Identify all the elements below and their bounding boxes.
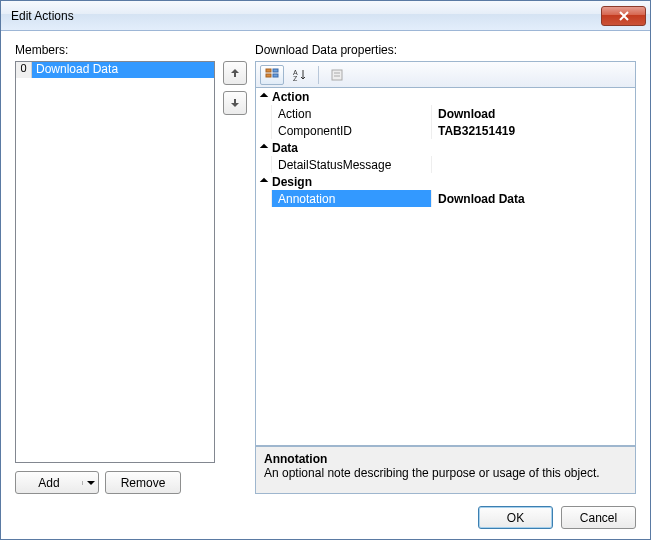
properties-label: Download Data properties: xyxy=(255,43,636,57)
expander-icon[interactable] xyxy=(256,145,272,151)
cancel-button[interactable]: Cancel xyxy=(561,506,636,529)
member-label: Download Data xyxy=(32,62,214,78)
add-button-dropdown[interactable] xyxy=(82,481,98,485)
move-up-button[interactable] xyxy=(223,61,247,85)
properties-toolbar: A Z xyxy=(255,61,636,87)
property-row[interactable]: Annotation Download Data xyxy=(256,190,635,207)
add-button[interactable]: Add xyxy=(15,471,99,494)
property-grid[interactable]: Action Action Download ComponentID TAB32… xyxy=(255,87,636,446)
property-row[interactable]: DetailStatusMessage xyxy=(256,156,635,173)
close-button[interactable] xyxy=(601,6,646,26)
window-title: Edit Actions xyxy=(11,9,601,23)
members-buttons: Add Remove xyxy=(15,471,215,494)
category-action[interactable]: Action xyxy=(256,88,635,105)
member-item[interactable]: 0 Download Data xyxy=(16,62,214,78)
ok-button[interactable]: OK xyxy=(478,506,553,529)
svg-rect-0 xyxy=(266,69,271,72)
arrow-down-icon xyxy=(230,98,240,108)
category-label: Design xyxy=(272,175,312,189)
expander-icon[interactable] xyxy=(256,179,272,185)
pages-icon xyxy=(330,68,344,82)
property-name: DetailStatusMessage xyxy=(272,156,432,173)
svg-rect-3 xyxy=(273,74,278,77)
members-list[interactable]: 0 Download Data xyxy=(15,61,215,463)
category-label: Data xyxy=(272,141,298,155)
property-name: Annotation xyxy=(272,190,432,207)
description-text: An optional note describing the purpose … xyxy=(264,466,627,480)
svg-rect-1 xyxy=(266,74,271,77)
description-title: Annotation xyxy=(264,452,627,466)
toolbar-separator xyxy=(318,66,319,84)
property-value[interactable]: Download xyxy=(432,105,635,122)
property-value[interactable] xyxy=(432,156,635,173)
svg-rect-6 xyxy=(332,70,342,80)
property-name: ComponentID xyxy=(272,122,432,139)
main-row: Members: 0 Download Data Add Remove xyxy=(15,43,636,494)
member-index: 0 xyxy=(16,62,32,78)
category-label: Action xyxy=(272,90,309,104)
category-data[interactable]: Data xyxy=(256,139,635,156)
dialog-footer: OK Cancel xyxy=(15,494,636,529)
property-description: Annotation An optional note describing t… xyxy=(255,446,636,494)
property-value[interactable]: Download Data xyxy=(432,190,635,207)
svg-text:Z: Z xyxy=(293,75,298,82)
alphabetical-button[interactable]: A Z xyxy=(288,65,312,85)
remove-button[interactable]: Remove xyxy=(105,471,181,494)
titlebar: Edit Actions xyxy=(1,1,650,31)
reorder-buttons xyxy=(223,43,247,494)
categorized-icon xyxy=(265,68,279,82)
properties-panel: Download Data properties: A Z xyxy=(255,43,636,494)
property-pages-button[interactable] xyxy=(325,65,349,85)
move-down-button[interactable] xyxy=(223,91,247,115)
dialog-content: Members: 0 Download Data Add Remove xyxy=(1,31,650,539)
property-value[interactable]: TAB32151419 xyxy=(432,122,635,139)
arrow-up-icon xyxy=(230,68,240,78)
sort-alpha-icon: A Z xyxy=(293,68,307,82)
property-name: Action xyxy=(272,105,432,122)
chevron-down-icon xyxy=(87,481,95,485)
expander-icon[interactable] xyxy=(256,94,272,100)
svg-rect-2 xyxy=(273,69,278,72)
close-icon xyxy=(619,11,629,21)
property-row[interactable]: Action Download xyxy=(256,105,635,122)
category-design[interactable]: Design xyxy=(256,173,635,190)
property-row[interactable]: ComponentID TAB32151419 xyxy=(256,122,635,139)
add-button-label: Add xyxy=(16,476,82,490)
categorized-button[interactable] xyxy=(260,65,284,85)
members-label: Members: xyxy=(15,43,215,57)
members-panel: Members: 0 Download Data Add Remove xyxy=(15,43,215,494)
